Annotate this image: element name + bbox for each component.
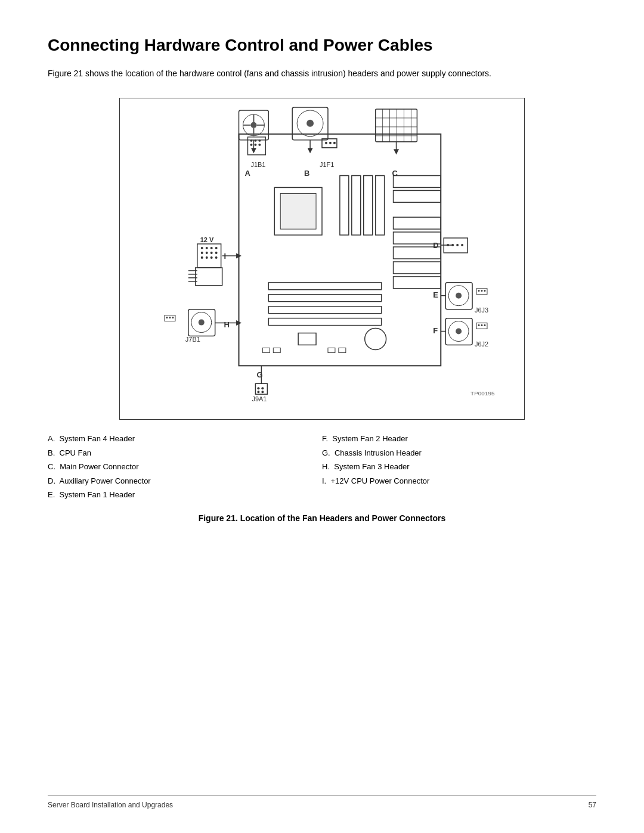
- svg-rect-7: [394, 277, 441, 289]
- footer-left: Server Board Installation and Upgrades: [48, 801, 173, 809]
- svg-rect-14: [268, 283, 381, 290]
- svg-point-90: [201, 252, 203, 254]
- svg-point-72: [484, 324, 485, 326]
- svg-point-92: [210, 252, 213, 254]
- svg-point-94: [201, 256, 203, 259]
- legend-col-left: A. System Fan 4 Header B. CPU Fan C. Mai…: [48, 432, 322, 501]
- svg-point-97: [215, 256, 218, 259]
- list-item: I. +12V CPU Power Connector: [322, 474, 596, 488]
- svg-rect-12: [364, 176, 373, 236]
- svg-rect-2: [394, 191, 441, 203]
- svg-text:J1F1: J1F1: [320, 161, 334, 168]
- svg-point-65: [484, 290, 485, 292]
- svg-point-28: [250, 144, 252, 146]
- svg-text:G: G: [256, 371, 262, 380]
- svg-rect-15: [268, 295, 381, 302]
- svg-rect-81: [196, 268, 222, 286]
- svg-rect-1: [394, 176, 441, 188]
- svg-point-102: [261, 391, 264, 394]
- svg-rect-16: [268, 306, 381, 314]
- svg-text:TP00195: TP00195: [470, 391, 495, 397]
- svg-point-99: [257, 388, 259, 390]
- svg-text:F: F: [433, 326, 438, 335]
- svg-point-95: [206, 256, 208, 259]
- svg-point-58: [461, 244, 463, 246]
- page: Connecting Hardware Control and Power Ca…: [0, 0, 644, 833]
- footer: Server Board Installation and Upgrades 5…: [48, 795, 596, 809]
- svg-point-63: [478, 290, 480, 292]
- svg-point-71: [481, 324, 483, 326]
- svg-rect-10: [340, 176, 349, 236]
- list-item: A. System Fan 4 Header: [48, 432, 322, 445]
- label-j1b1: J1B1: [250, 161, 265, 168]
- svg-rect-18: [298, 333, 316, 345]
- svg-text:J6J2: J6J2: [475, 341, 488, 348]
- svg-point-70: [478, 324, 480, 326]
- svg-rect-98: [255, 384, 267, 395]
- svg-rect-0: [239, 134, 441, 366]
- list-item: G. Chassis Intrusion Header: [322, 446, 596, 460]
- svg-rect-20: [262, 348, 270, 353]
- svg-text:B: B: [304, 169, 309, 178]
- svg-text:12 V: 12 V: [200, 236, 214, 243]
- svg-point-19: [365, 329, 386, 350]
- svg-rect-21: [273, 348, 280, 353]
- svg-point-57: [456, 244, 459, 246]
- svg-point-93: [215, 252, 218, 254]
- legend-section: A. System Fan 4 Header B. CPU Fan C. Mai…: [48, 432, 596, 501]
- svg-text:J7B1: J7B1: [185, 336, 200, 343]
- svg-point-64: [481, 290, 483, 292]
- svg-text:J6J3: J6J3: [475, 306, 488, 314]
- svg-point-86: [201, 247, 203, 249]
- svg-text:H: H: [224, 320, 230, 329]
- page-title: Connecting Hardware Control and Power Ca…: [48, 36, 596, 55]
- svg-rect-3: [394, 218, 441, 230]
- figure-container: J1B1 A B J1F1 C D E J6J3 F J6J2 J7B1 H 1…: [119, 98, 525, 420]
- svg-point-78: [169, 317, 171, 319]
- list-item: B. CPU Fan: [48, 446, 322, 460]
- list-item: E. System Fan 1 Header: [48, 488, 322, 501]
- svg-point-96: [210, 256, 213, 259]
- list-item: F. System Fan 2 Header: [322, 432, 596, 445]
- svg-point-42: [325, 142, 327, 144]
- svg-point-33: [250, 122, 256, 128]
- svg-point-68: [456, 329, 462, 335]
- svg-point-91: [206, 252, 208, 254]
- svg-point-61: [456, 293, 462, 299]
- svg-rect-23: [339, 348, 346, 353]
- svg-point-101: [257, 391, 259, 394]
- svg-text:D: D: [433, 241, 438, 250]
- svg-point-100: [261, 388, 264, 390]
- svg-point-87: [206, 247, 208, 249]
- footer-right: 57: [589, 801, 596, 809]
- svg-point-44: [333, 142, 336, 144]
- list-item: H. System Fan 3 Header: [322, 460, 596, 473]
- svg-text:A: A: [244, 169, 250, 178]
- intro-text: Figure 21 shows the location of the hard…: [48, 67, 501, 80]
- svg-rect-13: [376, 176, 385, 236]
- svg-point-79: [172, 317, 174, 319]
- svg-point-75: [199, 320, 205, 326]
- svg-rect-6: [394, 262, 441, 274]
- svg-text:C: C: [392, 169, 398, 178]
- svg-rect-80: [197, 244, 221, 268]
- svg-rect-11: [352, 176, 361, 236]
- svg-point-30: [258, 144, 261, 146]
- diagram-svg: J1B1 A B J1F1 C D E J6J3 F J6J2 J7B1 H 1…: [120, 98, 524, 419]
- svg-text:I: I: [224, 252, 227, 261]
- svg-text:J9A1: J9A1: [252, 396, 267, 403]
- svg-rect-22: [328, 348, 335, 353]
- svg-point-77: [166, 317, 168, 319]
- figure-caption: Figure 21. Location of the Fan Headers a…: [48, 513, 596, 523]
- svg-point-40: [306, 120, 314, 127]
- legend-col-right: F. System Fan 2 Header G. Chassis Intrus…: [322, 432, 596, 501]
- svg-point-89: [215, 247, 218, 249]
- svg-rect-9: [280, 194, 316, 230]
- svg-point-29: [254, 144, 256, 146]
- svg-text:E: E: [433, 290, 438, 299]
- svg-point-88: [210, 247, 213, 249]
- svg-rect-17: [268, 318, 381, 326]
- svg-rect-45: [376, 109, 417, 142]
- svg-point-43: [329, 142, 332, 144]
- list-item: C. Main Power Connector: [48, 460, 322, 473]
